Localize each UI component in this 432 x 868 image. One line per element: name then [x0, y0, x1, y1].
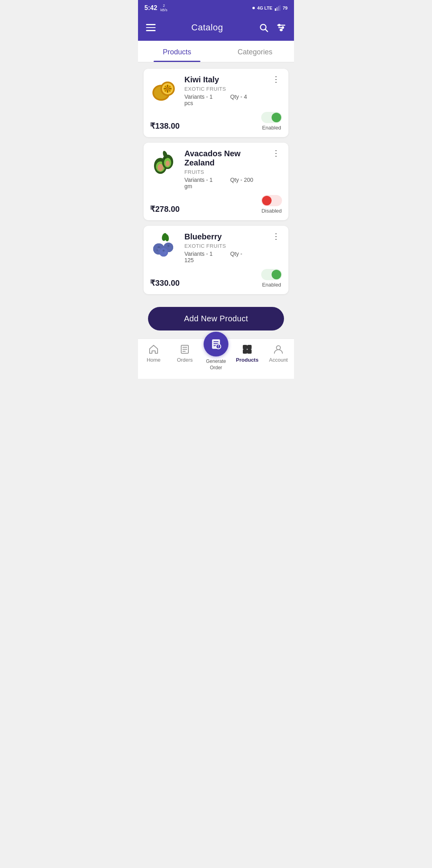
more-options-avacado[interactable]: ⋮ [270, 149, 282, 157]
product-card-avacados: Avacados New Zealand FRUITS Variants - 1… [144, 143, 288, 220]
svg-point-11 [280, 29, 282, 31]
svg-point-27 [166, 161, 170, 166]
search-icon [259, 23, 268, 32]
svg-point-35 [158, 248, 160, 250]
product-variants-avacado: Variants - 1 [184, 177, 221, 183]
product-meta-kiwi: Variants - 1 Qty - 4 pcs [184, 94, 265, 106]
nav-products-label: Products [236, 357, 258, 363]
svg-point-24 [158, 164, 163, 171]
svg-text:!: ! [218, 344, 219, 349]
generate-order-icon: ! [210, 338, 222, 350]
avacado-illustration [150, 149, 179, 178]
product-image-avacado [150, 149, 179, 178]
filter-icon [276, 23, 286, 32]
kiwi-illustration [150, 75, 179, 104]
tab-categories[interactable]: Categories [216, 41, 294, 62]
svg-rect-57 [243, 350, 247, 353]
status-bar: 5:42 2 kB/s 4G LTE 79 [138, 0, 294, 16]
toggle-container-kiwi: Enabled [261, 112, 282, 131]
product-category-blueberry: EXOTIC FRUITS [184, 243, 265, 249]
orders-icon [179, 344, 190, 355]
toggle-label-avacado: Disabled [262, 208, 282, 214]
header-title: Catalog [191, 22, 223, 33]
product-name-kiwi: Kiwi Italy [184, 75, 265, 84]
svg-point-43 [163, 250, 165, 252]
product-category-kiwi: EXOTIC FRUITS [184, 86, 265, 92]
svg-rect-55 [243, 345, 247, 349]
bottom-nav: Home Orders ! Generate Order [138, 338, 294, 379]
signal-dot [252, 7, 255, 9]
product-card-blueberry: Blueberry EXOTIC FRUITS Variants - 1 Qty… [144, 226, 288, 294]
filter-button[interactable] [276, 23, 286, 32]
toggle-label-blueberry: Enabled [262, 282, 281, 288]
svg-rect-3 [280, 5, 280, 11]
svg-rect-58 [248, 350, 251, 353]
products-icon [242, 344, 253, 355]
toggle-knob-avacado [262, 196, 272, 205]
product-image-blueberry [150, 232, 179, 261]
nav-generate-order-label: Generate Order [200, 358, 232, 371]
hamburger-menu[interactable] [146, 24, 156, 31]
product-name-avacado: Avacados New Zealand [184, 149, 265, 167]
more-options-kiwi[interactable]: ⋮ [270, 75, 282, 83]
product-list: Kiwi Italy EXOTIC FRUITS Variants - 1 Qt… [138, 62, 294, 301]
toggle-avacado[interactable] [261, 195, 282, 206]
product-info-kiwi: Kiwi Italy EXOTIC FRUITS Variants - 1 Qt… [184, 75, 265, 106]
product-category-avacado: FRUITS [184, 169, 265, 175]
toggle-label-kiwi: Enabled [262, 125, 281, 131]
product-price-blueberry: ₹330.00 [150, 278, 180, 288]
toggle-kiwi[interactable] [261, 112, 282, 123]
product-variants-kiwi: Variants - 1 [184, 94, 221, 100]
svg-rect-0 [275, 8, 276, 11]
status-data-speed: 2 kB/s [160, 4, 168, 12]
toggle-container-avacado: Disabled [261, 195, 282, 214]
status-right: 4G LTE 79 [252, 5, 288, 11]
svg-point-40 [169, 247, 171, 249]
more-options-blueberry[interactable]: ⋮ [270, 232, 282, 240]
header: Catalog [138, 16, 294, 41]
nav-home-label: Home [147, 357, 161, 363]
svg-point-36 [156, 249, 158, 251]
product-variants-blueberry: Variants - 1 [184, 251, 221, 257]
product-price-avacado: ₹278.00 [150, 204, 180, 214]
nav-orders-label: Orders [177, 357, 193, 363]
svg-point-39 [168, 245, 170, 247]
header-actions [259, 23, 286, 32]
svg-point-10 [282, 27, 284, 28]
product-image-kiwi [150, 75, 179, 104]
signal-bars-icon [275, 5, 280, 11]
product-name-blueberry: Blueberry [184, 232, 265, 241]
nav-orders[interactable]: Orders [169, 344, 200, 363]
network-type: 4G LTE [257, 6, 272, 10]
home-icon [148, 344, 159, 355]
svg-point-44 [164, 252, 166, 254]
svg-line-5 [266, 30, 268, 32]
tab-bar: Products Categories [138, 41, 294, 62]
svg-point-59 [276, 346, 280, 350]
battery-icon: 79 [283, 6, 288, 10]
account-icon [273, 344, 284, 355]
nav-account[interactable]: Account [263, 344, 294, 363]
svg-rect-1 [276, 7, 278, 11]
svg-point-9 [278, 24, 280, 26]
svg-point-42 [159, 248, 168, 257]
product-meta-blueberry: Variants - 1 Qty - 125 [184, 251, 265, 263]
tab-products[interactable]: Products [138, 41, 216, 62]
nav-account-label: Account [269, 357, 288, 363]
blueberry-illustration [150, 232, 179, 261]
nav-generate-order[interactable]: ! Generate Order [200, 332, 232, 371]
search-button[interactable] [259, 23, 268, 32]
product-meta-avacado: Variants - 1 Qty - 200 gm [184, 177, 265, 189]
toggle-knob-kiwi [272, 113, 281, 122]
svg-point-21 [166, 87, 169, 90]
product-info-blueberry: Blueberry EXOTIC FRUITS Variants - 1 Qty… [184, 232, 265, 263]
toggle-blueberry[interactable] [261, 269, 282, 280]
add-new-product-button[interactable]: Add New Product [148, 307, 284, 330]
generate-order-circle: ! [204, 332, 228, 356]
nav-home[interactable]: Home [138, 344, 169, 363]
product-card-kiwi-italy: Kiwi Italy EXOTIC FRUITS Variants - 1 Qt… [144, 69, 288, 137]
toggle-container-blueberry: Enabled [261, 269, 282, 288]
status-time: 5:42 [144, 4, 157, 12]
product-info-avacado: Avacados New Zealand FRUITS Variants - 1… [184, 149, 265, 189]
nav-products[interactable]: Products [232, 344, 263, 363]
